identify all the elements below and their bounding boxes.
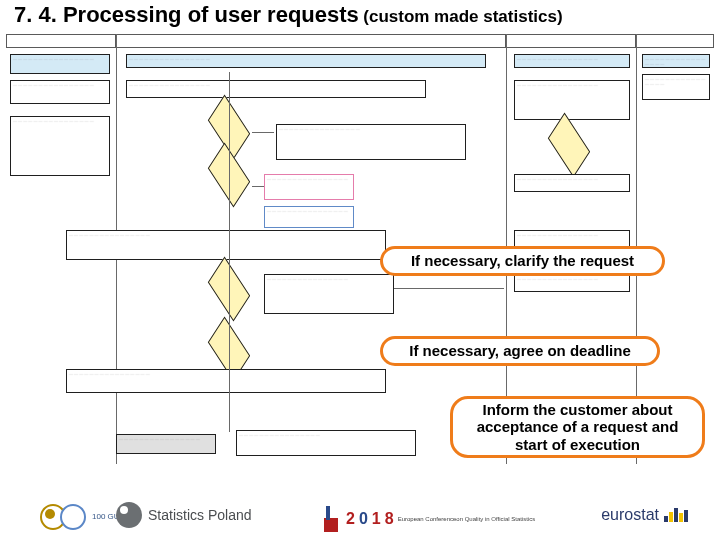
callout-text: Inform the customer about acceptance of … (463, 401, 692, 453)
callout-clarify: If necessary, clarify the request (380, 246, 665, 276)
flow-box: — — — — — — — — — — — — — — — — (66, 369, 386, 393)
flow-box: — — — — — — — — — — — — — — — — (10, 80, 110, 104)
flow-box: — — — — — — — — — — — — — — — — (276, 124, 466, 160)
flow-box: — — — — — — — — — — — — — — — — (514, 80, 630, 120)
connector (229, 72, 230, 432)
flow-box: — — — — — — — — — — — — — — — — (264, 174, 354, 200)
flow-box: — — — — — — — — — — — — — — — — (10, 54, 110, 74)
lane-header-3 (506, 34, 636, 48)
conference-icon (320, 506, 342, 532)
lane-header-4 (636, 34, 714, 48)
logo-conference: 2018 European Conference on Quality in O… (320, 506, 535, 532)
callout-text: If necessary, agree on deadline (409, 342, 630, 359)
callout-deadline: If necessary, agree on deadline (380, 336, 660, 366)
title-sub: (custom made statistics) (363, 7, 562, 26)
flow-box: — — — — — — — — — — — — — — — — (514, 274, 630, 292)
eurostat-text: eurostat (601, 506, 659, 524)
title-main: 7. 4. Processing of user requests (14, 2, 359, 27)
connector (252, 186, 264, 187)
flow-box: — — — — — — — — — — — — — — — — (10, 116, 110, 176)
flow-box: — — — — — — — — — — — — — — — — (126, 80, 426, 98)
conference-caption: European Conference (398, 516, 457, 522)
flow-box: — — — — — — — — — — — — — — — — (514, 174, 630, 192)
flow-box: — — — — — — — — — — — — — — — — (264, 274, 394, 314)
footer: 100 GUS Statistics Poland 2018 European … (0, 490, 720, 534)
statistics-poland-text: Statistics Poland (148, 507, 252, 523)
logo-eurostat: eurostat (601, 506, 688, 524)
flow-box: — — — — — — — — — — — — — — — — (236, 430, 416, 456)
decision-diamond (546, 130, 592, 160)
conference-caption: on Quality in Official Statistics (456, 516, 535, 522)
flow-box: — — — — — — — — — — — — — — — — (66, 230, 386, 260)
slide-title: 7. 4. Processing of user requests (custo… (14, 2, 706, 28)
conference-year: 2018 (346, 510, 398, 528)
callout-inform: Inform the customer about acceptance of … (450, 396, 705, 458)
gus-ring-icon (60, 504, 86, 530)
flow-box: — — — — — — — — — — — — — — — — (116, 434, 216, 454)
lane-header-2 (116, 34, 506, 48)
lane-header-1 (6, 34, 116, 48)
logo-gus: 100 GUS (40, 504, 125, 530)
connector (394, 288, 504, 289)
logo-statistics-poland: Statistics Poland (116, 502, 252, 528)
callout-text: If necessary, clarify the request (411, 252, 634, 269)
connector (252, 132, 274, 133)
flow-box: — — — — — — — — — — — — — — — — (642, 54, 710, 68)
flow-box: — — — — — — — — — — — — — — — — (264, 206, 354, 228)
eurostat-bars-icon (663, 508, 688, 522)
statistics-poland-icon (116, 502, 142, 528)
flow-box: — — — — — — — — — — — — — — — — (514, 54, 630, 68)
flow-box: — — — — — — — — — — — — — — — — (642, 74, 710, 100)
flow-box: — — — — — — — — — — — — — — — — (126, 54, 486, 68)
